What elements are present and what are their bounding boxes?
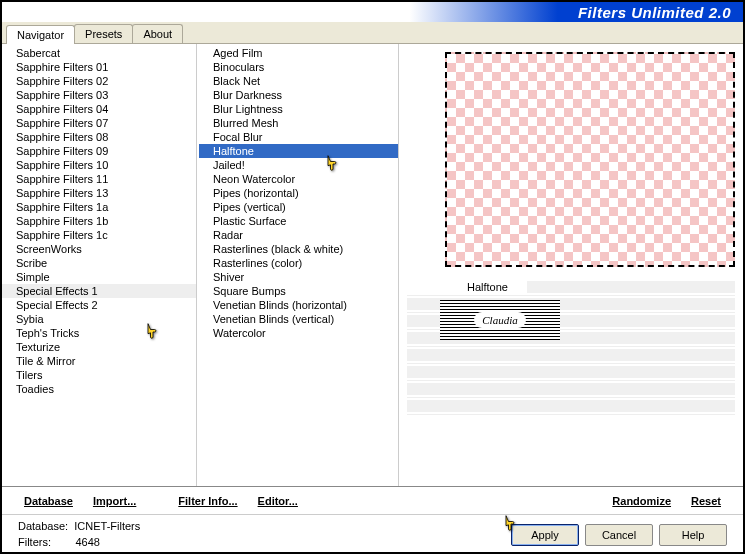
- list-item[interactable]: Sybia: [2, 312, 196, 326]
- toolbar: Database Import... Filter Info... Editor…: [2, 486, 743, 514]
- param-row: [407, 364, 735, 381]
- list-item[interactable]: Toadies: [2, 382, 196, 396]
- param-label: Halftone: [407, 281, 527, 293]
- db-label: Database:: [18, 520, 68, 532]
- apply-button[interactable]: Apply: [511, 524, 579, 546]
- list-item[interactable]: Sapphire Filters 13: [2, 186, 196, 200]
- list-item[interactable]: Sapphire Filters 11: [2, 172, 196, 186]
- list-item[interactable]: Tile & Mirror: [2, 354, 196, 368]
- import-button[interactable]: Import...: [85, 495, 144, 507]
- list-item[interactable]: Plastic Surface: [199, 214, 398, 228]
- list-item[interactable]: Rasterlines (color): [199, 256, 398, 270]
- param-slider[interactable]: [527, 281, 735, 293]
- list-item[interactable]: Special Effects 2: [2, 298, 196, 312]
- list-item[interactable]: Black Net: [199, 74, 398, 88]
- list-item[interactable]: Blurred Mesh: [199, 116, 398, 130]
- list-item[interactable]: Sapphire Filters 08: [2, 130, 196, 144]
- watermark-text: Claudia: [474, 312, 525, 328]
- filters-label: Filters:: [18, 536, 51, 548]
- dialog-buttons: Apply Cancel Help: [511, 524, 727, 546]
- list-item[interactable]: Pipes (vertical): [199, 200, 398, 214]
- list-item[interactable]: Jailed!: [199, 158, 398, 172]
- preview-image: [445, 52, 735, 267]
- preview-panel: Halftone: [399, 44, 743, 486]
- param-row: [407, 381, 735, 398]
- list-item[interactable]: Venetian Blinds (horizontal): [199, 298, 398, 312]
- param-row: Halftone: [407, 279, 735, 296]
- randomize-button[interactable]: Randomize: [604, 495, 679, 507]
- list-item[interactable]: Sapphire Filters 03: [2, 88, 196, 102]
- list-item[interactable]: Square Bumps: [199, 284, 398, 298]
- list-item[interactable]: Rasterlines (black & white): [199, 242, 398, 256]
- list-item[interactable]: Sapphire Filters 01: [2, 60, 196, 74]
- param-slider[interactable]: [407, 366, 735, 378]
- list-item[interactable]: Sapphire Filters 10: [2, 158, 196, 172]
- param-slider[interactable]: [407, 400, 735, 412]
- list-item[interactable]: Shiver: [199, 270, 398, 284]
- list-item[interactable]: Sapphire Filters 1a: [2, 200, 196, 214]
- list-item[interactable]: Pipes (horizontal): [199, 186, 398, 200]
- list-item[interactable]: Simple: [2, 270, 196, 284]
- main-area: SabercatSapphire Filters 01Sapphire Filt…: [2, 44, 743, 486]
- list-item[interactable]: Texturize: [2, 340, 196, 354]
- filter-info-button[interactable]: Filter Info...: [170, 495, 245, 507]
- title-bar: Filters Unlimited 2.0: [2, 2, 743, 22]
- list-item[interactable]: Radar: [199, 228, 398, 242]
- watermark-badge: Claudia: [440, 300, 560, 340]
- list-item[interactable]: Neon Watercolor: [199, 172, 398, 186]
- tab-navigator[interactable]: Navigator: [6, 25, 75, 44]
- list-item[interactable]: Sapphire Filters 07: [2, 116, 196, 130]
- cancel-button[interactable]: Cancel: [585, 524, 653, 546]
- footer: Database: ICNET-Filters Filters: 4648 Ap…: [2, 514, 743, 554]
- param-slider[interactable]: [407, 383, 735, 395]
- list-item[interactable]: Watercolor: [199, 326, 398, 340]
- app-title: Filters Unlimited 2.0: [578, 4, 731, 21]
- reset-button[interactable]: Reset: [683, 495, 729, 507]
- list-item[interactable]: Binoculars: [199, 60, 398, 74]
- list-item[interactable]: Sabercat: [2, 46, 196, 60]
- list-item[interactable]: Special Effects 1: [2, 284, 196, 298]
- list-item[interactable]: Scribe: [2, 256, 196, 270]
- category-list[interactable]: SabercatSapphire Filters 01Sapphire Filt…: [2, 44, 197, 486]
- list-item[interactable]: Teph's Tricks: [2, 326, 196, 340]
- tab-presets[interactable]: Presets: [74, 24, 133, 43]
- list-item[interactable]: Focal Blur: [199, 130, 398, 144]
- list-item[interactable]: Blur Darkness: [199, 88, 398, 102]
- list-item[interactable]: Aged Film: [199, 46, 398, 60]
- tab-about[interactable]: About: [132, 24, 183, 43]
- filter-list[interactable]: Aged FilmBinocularsBlack NetBlur Darknes…: [199, 44, 399, 486]
- list-item[interactable]: Sapphire Filters 1b: [2, 214, 196, 228]
- database-button[interactable]: Database: [16, 495, 81, 507]
- list-item[interactable]: Tilers: [2, 368, 196, 382]
- list-item[interactable]: Venetian Blinds (vertical): [199, 312, 398, 326]
- param-row: [407, 347, 735, 364]
- editor-button[interactable]: Editor...: [250, 495, 306, 507]
- status-info: Database: ICNET-Filters Filters: 4648: [18, 519, 140, 550]
- list-item[interactable]: Sapphire Filters 1c: [2, 228, 196, 242]
- list-item[interactable]: Sapphire Filters 04: [2, 102, 196, 116]
- list-item[interactable]: Sapphire Filters 02: [2, 74, 196, 88]
- db-value: ICNET-Filters: [74, 520, 140, 532]
- param-slider[interactable]: [407, 349, 735, 361]
- list-item[interactable]: Halftone: [199, 144, 398, 158]
- help-button[interactable]: Help: [659, 524, 727, 546]
- param-row: [407, 398, 735, 415]
- list-item[interactable]: Sapphire Filters 09: [2, 144, 196, 158]
- list-item[interactable]: ScreenWorks: [2, 242, 196, 256]
- filters-count: 4648: [75, 536, 99, 548]
- list-item[interactable]: Blur Lightness: [199, 102, 398, 116]
- tab-strip: Navigator Presets About: [2, 22, 743, 44]
